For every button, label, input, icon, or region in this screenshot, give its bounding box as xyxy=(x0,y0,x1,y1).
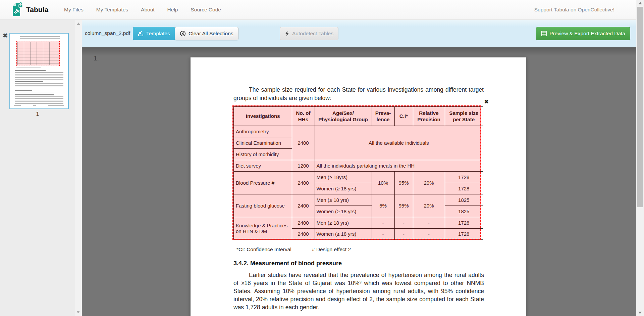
window-scrollbar[interactable] xyxy=(636,0,644,316)
thumbnail-heading-bar xyxy=(15,94,54,95)
brand[interactable]: Tabula xyxy=(11,2,48,17)
nav-item-my-templates[interactable]: My Templates xyxy=(90,7,135,13)
thumbnail-selection-box xyxy=(16,41,60,66)
page-number-label: 1. xyxy=(94,55,99,62)
scroll-down-icon[interactable] xyxy=(638,312,642,314)
brand-name: Tabula xyxy=(26,6,48,14)
scroll-up-icon[interactable] xyxy=(639,2,642,4)
page-thumbnail[interactable] xyxy=(9,33,69,109)
thumbnail-text-lines xyxy=(15,72,63,80)
nav-item-about[interactable]: About xyxy=(135,7,161,13)
nav-item-my-files[interactable]: My Files xyxy=(58,7,90,13)
page-thumbnail-sidebar: ✖ 1 xyxy=(0,20,82,316)
thumbnail-footer-line xyxy=(14,105,64,106)
scrollbar-thumb[interactable] xyxy=(637,7,643,207)
nav-item-source-code[interactable]: Source Code xyxy=(184,7,227,13)
app-body: ✖ 1 column_span_2 xyxy=(0,20,644,316)
thumbnail-table-grid xyxy=(17,42,59,65)
thumbnail-text-lines xyxy=(15,83,63,88)
thumbnail-text-lines xyxy=(17,92,54,93)
thumbnail-text-lines xyxy=(15,96,63,104)
thumbnail-footnote-line xyxy=(16,67,41,69)
remove-circle-icon xyxy=(180,31,186,37)
thumbnail-text-lines xyxy=(20,36,60,39)
clear-all-selections-button[interactable]: Clear All Selections xyxy=(175,27,238,40)
lightning-bolt-icon xyxy=(285,31,289,37)
tabula-logo-icon xyxy=(11,2,23,17)
nav-item-help[interactable]: Help xyxy=(161,7,184,13)
footnote-ci: *CI: Confidence Interval xyxy=(236,246,291,253)
preview-export-button[interactable]: Preview & Export Extracted Data xyxy=(536,27,630,40)
thumbnail-heading-bar xyxy=(15,81,43,82)
export-button-label: Preview & Export Extracted Data xyxy=(549,31,625,37)
document-canvas: 1. The sample size required for each Sta… xyxy=(82,47,644,316)
sidebar-scroll-down-icon[interactable] xyxy=(76,311,80,313)
body-paragraph: Earlier studies have revealed that the p… xyxy=(233,271,484,312)
clear-button-label: Clear All Selections xyxy=(189,31,233,37)
remove-selection-icon[interactable]: ✖ xyxy=(484,99,489,104)
save-template-icon xyxy=(138,31,144,37)
nav-links: My Files My Templates About Help Source … xyxy=(58,0,227,19)
main-column: column_span_2.pdf Templates C xyxy=(82,20,644,316)
templates-button[interactable]: Templates xyxy=(133,27,175,40)
toolbar: column_span_2.pdf Templates C xyxy=(82,20,644,47)
support-link[interactable]: Support Tabula on OpenCollective! xyxy=(534,0,614,19)
table-grid-icon xyxy=(541,31,547,36)
pdf-page[interactable]: The sample size required for each State … xyxy=(191,57,526,316)
navbar: Tabula My Files My Templates About Help … xyxy=(0,0,644,20)
current-filename: column_span_2.pdf xyxy=(85,30,130,36)
sidebar-scroll-up-icon[interactable] xyxy=(77,22,80,25)
intro-paragraph: The sample size required for each State … xyxy=(233,86,484,102)
autodetect-button-label: Autodetect Tables xyxy=(292,31,333,37)
sidebar-scrollbar[interactable] xyxy=(75,20,82,316)
thumbnail-page-number: 1 xyxy=(0,111,75,117)
autodetect-tables-button[interactable]: Autodetect Tables xyxy=(280,27,338,40)
section-heading: 3.4.2. Measurement of blood pressure xyxy=(233,260,342,267)
templates-button-label: Templates xyxy=(146,31,170,37)
remove-page-icon[interactable]: ✖ xyxy=(3,33,8,39)
selection-box[interactable] xyxy=(232,105,481,240)
footnote-design-effect: # Design effect 2 xyxy=(312,246,351,253)
thumbnail-heading-bar xyxy=(15,70,46,71)
thumbnail-heading-bar xyxy=(15,90,32,91)
